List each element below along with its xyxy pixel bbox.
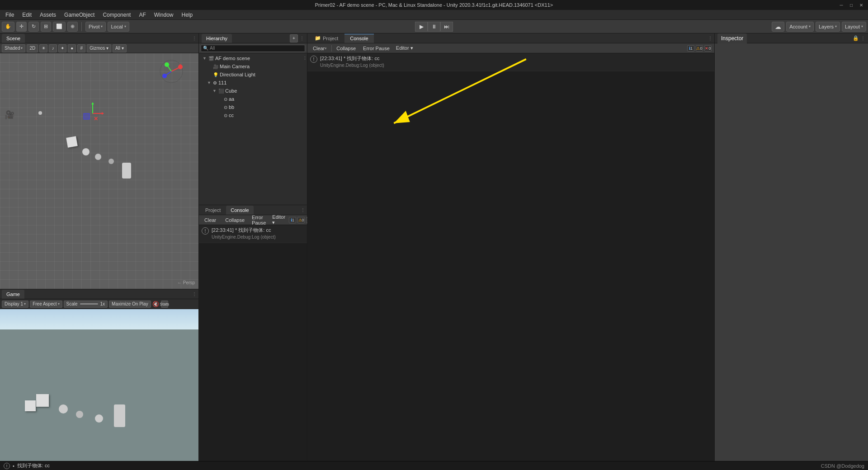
- close-button[interactable]: ✕: [858, 2, 864, 8]
- warning-icon: ⚠: [298, 218, 302, 222]
- console-entry-icon: !: [202, 227, 209, 235]
- gizmos-dropdown[interactable]: Gizmos ▾: [87, 44, 111, 52]
- lighting-toggle[interactable]: ☀: [39, 44, 47, 52]
- tool-custom[interactable]: ⊕: [67, 22, 78, 32]
- menu-assets[interactable]: Assets: [36, 11, 60, 19]
- hierarchy-menu-btn[interactable]: ⋮: [300, 36, 304, 41]
- display-dropdown[interactable]: Display 1 ▾: [2, 301, 28, 308]
- menu-component[interactable]: Component: [99, 11, 134, 19]
- tab-hierarchy[interactable]: Hierarchy: [202, 34, 232, 43]
- tool-rect[interactable]: ⬜: [53, 22, 66, 32]
- tab-project[interactable]: Project: [201, 206, 225, 215]
- menu-gameobject[interactable]: GameObject: [61, 11, 98, 19]
- play-controls: ▶ ⏸ ⏭: [415, 22, 453, 32]
- menu-help[interactable]: Help: [178, 11, 196, 19]
- menu-file[interactable]: File: [2, 11, 18, 19]
- audio-toggle-game[interactable]: 🔇: [152, 301, 160, 308]
- camera-icon-small: 🎥: [213, 64, 218, 69]
- hierarchy-item-cube[interactable]: ▼ ⬛ Cube: [199, 87, 307, 95]
- hierarchy-item-af-demo-scene[interactable]: ▼ 🎬 AF demo scene ⋮: [199, 54, 307, 62]
- scale-control[interactable]: Scale 1x: [64, 301, 108, 308]
- center-entry-icon: !: [310, 56, 317, 63]
- center-panel-menu[interactable]: ⋮: [708, 36, 712, 41]
- center-tab-console[interactable]: Console: [344, 34, 373, 43]
- scene-cylinder: [122, 163, 131, 179]
- hierarchy-item-111[interactable]: ▼ ⚙ 111: [199, 79, 307, 87]
- aspect-dropdown[interactable]: Free Aspect ▾: [30, 301, 62, 308]
- pivot-dropdown[interactable]: Pivot ▾: [85, 22, 106, 32]
- scene-sphere3: [108, 159, 114, 164]
- play-button[interactable]: ▶: [415, 22, 428, 32]
- grid-toggle[interactable]: #: [77, 44, 85, 52]
- center-error-pause-btn[interactable]: Error Pause: [360, 44, 392, 52]
- tool-rotate[interactable]: ↻: [28, 22, 39, 32]
- hierarchy-item-cc[interactable]: ⊙ cc: [199, 111, 307, 119]
- scene-canvas: X 🎥: [0, 53, 198, 289]
- center-collapse-btn[interactable]: Collapse: [334, 44, 359, 52]
- tool-move[interactable]: ✛: [16, 22, 27, 32]
- menu-window[interactable]: Window: [151, 11, 177, 19]
- maximize-on-play[interactable]: Maximize On Play: [109, 301, 151, 308]
- tab-inspector[interactable]: Inspector: [717, 33, 747, 43]
- inspector-menu-btn[interactable]: ⋮: [861, 36, 865, 41]
- scene-menu-btn[interactable]: ⋮: [192, 36, 197, 41]
- game-sphere1: [59, 404, 68, 414]
- menu-af[interactable]: AF: [135, 11, 149, 19]
- all-btn[interactable]: All ▾: [113, 44, 127, 52]
- tab-game[interactable]: Game: [2, 290, 24, 299]
- account-dropdown[interactable]: Account ▾: [786, 22, 814, 32]
- scene-sphere1: [82, 148, 90, 155]
- hierarchy-item-menu[interactable]: ⋮: [303, 56, 307, 61]
- inspector-lock-btn[interactable]: 🔒: [853, 35, 859, 41]
- console-menu-btn[interactable]: ⋮: [301, 207, 305, 212]
- scene-tab-bar: Scene ⋮: [0, 33, 198, 43]
- center-editor-dropdown[interactable]: Editor ▾: [394, 44, 415, 52]
- maximize-button[interactable]: □: [848, 2, 854, 8]
- stats-btn[interactable]: Stats: [161, 301, 168, 308]
- center-clear-btn[interactable]: Clear ▾: [310, 44, 330, 52]
- hidden-toggle[interactable]: ●: [68, 44, 76, 52]
- local-dropdown[interactable]: Local ▾: [108, 22, 129, 32]
- tab-scene[interactable]: Scene: [2, 34, 25, 43]
- center-console-entry[interactable]: ! [22:33:41] * 找到子物体: cc UnityEngine.Deb…: [307, 53, 714, 71]
- hierarchy-item-main-camera[interactable]: 🎥 Main Camera: [199, 62, 307, 70]
- tab-console[interactable]: Console: [226, 206, 253, 215]
- hierarchy-item-aa[interactable]: ⊙ aa: [199, 95, 307, 103]
- hierarchy-search[interactable]: 🔍 All: [201, 45, 305, 52]
- expand-arrow: ▼: [203, 56, 207, 61]
- clear-btn[interactable]: Clear: [202, 216, 219, 224]
- svg-marker-12: [84, 113, 90, 119]
- status-bar: ! • 找到子物体: cc CSDN @Dodgedog: [0, 461, 868, 470]
- game-ground: [0, 329, 198, 461]
- layout-dropdown[interactable]: Layout ▾: [842, 22, 866, 32]
- tool-scale[interactable]: ⊞: [41, 22, 51, 32]
- audio-toggle[interactable]: ♪: [49, 44, 57, 52]
- step-button[interactable]: ⏭: [440, 22, 453, 32]
- shading-mode-dropdown[interactable]: Shaded ▾: [2, 44, 25, 52]
- editor-dropdown[interactable]: Editor ▾: [270, 216, 287, 224]
- 2d-toggle[interactable]: 2D: [27, 44, 38, 52]
- minimize-button[interactable]: ─: [838, 2, 844, 8]
- inspector-body: [715, 43, 868, 461]
- bottom-panels: Project Console ⋮ Clear Collapse Error P…: [199, 205, 307, 461]
- fx-toggle[interactable]: ✦: [58, 44, 66, 52]
- error-pause-btn[interactable]: Error Pause: [249, 216, 269, 224]
- hierarchy-item-directional-light[interactable]: 💡 Directional Light: [199, 70, 307, 79]
- center-tab-project[interactable]: 📁 Project: [309, 34, 344, 43]
- scene-icon: 🎬: [208, 56, 214, 61]
- left-panel: Scene ⋮ Shaded ▾ 2D ☀ ♪ ✦ ● # Gizmos ▾ A…: [0, 33, 199, 461]
- hierarchy-add-btn[interactable]: +: [290, 34, 298, 42]
- hierarchy-panel: Hierarchy + ⋮ 🔍 All ▼ 🎬 AF demo scene: [199, 33, 307, 205]
- game-menu-btn[interactable]: ⋮: [192, 291, 197, 296]
- menu-edit[interactable]: Edit: [19, 11, 35, 19]
- object-icon: ⚙: [213, 80, 217, 85]
- tool-hand[interactable]: ✋: [2, 22, 14, 32]
- cloud-button[interactable]: ☁: [772, 22, 784, 32]
- layers-dropdown[interactable]: Layers ▾: [816, 22, 840, 32]
- pause-button[interactable]: ⏸: [428, 22, 440, 32]
- console-entry-1[interactable]: ! [22:33:41] * 找到子物体: cc UnityEngine.Deb…: [199, 225, 307, 243]
- warning-count-badge: ⚠ 0: [297, 217, 305, 223]
- collapse-btn[interactable]: Collapse: [222, 216, 247, 224]
- center-info-badge: ℹ 1: [687, 45, 694, 52]
- hierarchy-item-bb[interactable]: ⊙ bb: [199, 103, 307, 111]
